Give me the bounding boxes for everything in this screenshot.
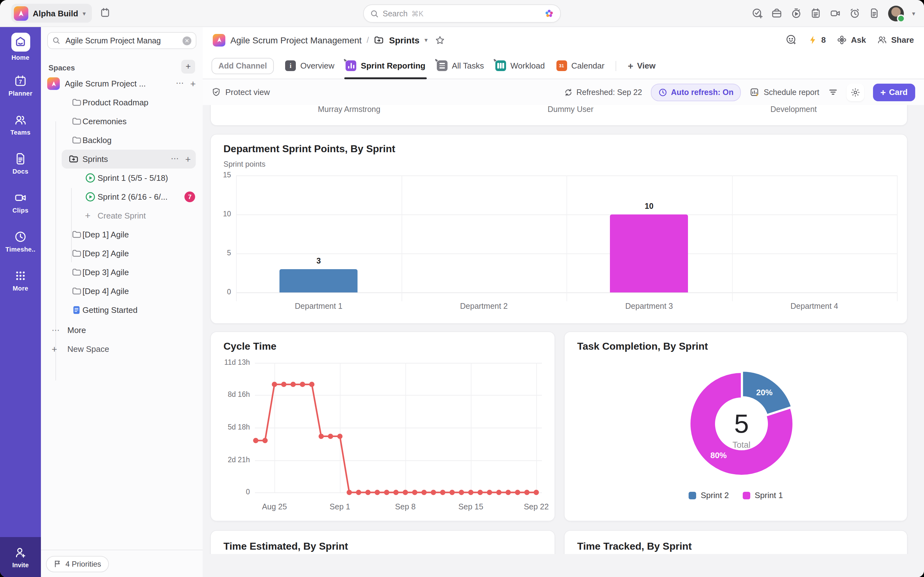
new-space-label: New Space	[67, 344, 109, 354]
new-space-button[interactable]: +New Space	[41, 340, 203, 358]
sidebar-item-dep-2-agile[interactable]: [Dep 2] Agile	[41, 244, 203, 263]
sidebar-item-label: [Dep 4] Agile	[82, 287, 129, 296]
rail-item-home[interactable]: Home	[0, 27, 41, 66]
notification-badge: 7	[184, 192, 195, 202]
bar-1[interactable]	[280, 269, 358, 292]
sidebar-item-sprints[interactable]: Sprints⋯+	[41, 150, 203, 169]
settings-button[interactable]	[846, 83, 864, 101]
sidebar-item-dep-4-agile[interactable]: [Dep 4] Agile	[41, 282, 203, 301]
view-chevron-icon[interactable]: ▾	[425, 37, 428, 44]
online-status-dot	[897, 14, 905, 23]
record-clip-icon[interactable]	[830, 8, 841, 19]
tray-icon[interactable]	[771, 8, 782, 19]
x-gridline	[897, 176, 898, 301]
sidebar-item-dep-1-agile[interactable]: [Dep 1] Agile	[41, 225, 203, 244]
space-name: Agile Scrum Project ...	[65, 79, 146, 89]
filter-button[interactable]	[828, 87, 837, 97]
favorite-star-icon[interactable]	[435, 35, 445, 45]
new-task-icon[interactable]	[751, 8, 763, 19]
sidebar-item-space[interactable]: Agile Scrum Project ...⋯+	[41, 74, 203, 93]
play-circle-icon	[85, 192, 96, 202]
rail-item-timesheets[interactable]: Timeshe..	[0, 222, 41, 261]
sidebar-item-label: Product Roadmap	[82, 98, 149, 107]
breadcrumb-view[interactable]: Sprints	[389, 35, 419, 45]
sidebar-search-input[interactable]	[64, 35, 179, 45]
tab-all-tasks[interactable]: All Tasks	[437, 53, 484, 79]
template-center-icon[interactable]	[99, 7, 111, 18]
share-button[interactable]: Share	[877, 35, 914, 45]
sidebar-item-dep-3-agile[interactable]: [Dep 3] Agile	[41, 263, 203, 282]
sidebar-item-getting-started[interactable]: Getting Started	[41, 301, 203, 319]
rail-item-teams[interactable]: Teams	[0, 105, 41, 144]
legend-item-sprint-1[interactable]: Sprint 1	[743, 490, 783, 500]
space-add-icon[interactable]: +	[190, 78, 196, 89]
ask-button[interactable]: Ask	[837, 35, 866, 45]
tab-calendar[interactable]: 31Calendar	[556, 53, 604, 79]
clips-icon	[14, 191, 27, 205]
ai-count: 8	[821, 35, 826, 45]
sprints-add-icon[interactable]: +	[185, 154, 191, 164]
rail-item-more[interactable]: More	[0, 261, 41, 300]
bar-3[interactable]	[610, 214, 688, 292]
sidebar-item-more[interactable]: ⋯More	[41, 321, 203, 340]
reminder-icon[interactable]	[849, 8, 861, 19]
sidebar-item-sprint-1-5-5-5-18[interactable]: Sprint 1 (5/5 - 5/18)	[41, 169, 203, 187]
report-content[interactable]: Murray ArmstrongDummy UserDevelopment De…	[203, 105, 924, 554]
ai-usage[interactable]: 8	[808, 35, 826, 45]
add-card-button[interactable]: +Card	[873, 83, 915, 101]
notepad-icon[interactable]	[810, 8, 821, 19]
legend-label: Sprint 2	[701, 490, 729, 500]
sidebar-item-label: [Dep 2] Agile	[82, 249, 129, 258]
auto-refresh-toggle[interactable]: Auto refresh: On	[651, 83, 741, 101]
user-avatar[interactable]	[888, 5, 904, 21]
global-search[interactable]: Search ⌘K	[363, 5, 561, 23]
feedback-smiley-icon[interactable]	[785, 34, 798, 46]
sidebar-item-label: [Dep 1] Agile	[82, 230, 129, 239]
add-space-button[interactable]: +	[181, 60, 195, 74]
schedule-report-button[interactable]: Schedule report	[750, 87, 819, 97]
space-more-icon[interactable]: ⋯	[176, 78, 184, 89]
breadcrumb-space[interactable]: Agile Scrum Project Management	[230, 35, 362, 45]
invite-label: Invite	[12, 561, 29, 568]
y-tick-label: 0	[211, 288, 231, 296]
view-tabs: Add Channel iOverviewSprint ReportingAll…	[203, 53, 924, 79]
tab-label: Overview	[300, 61, 334, 71]
sidebar-item-backlog[interactable]: Backlog	[41, 131, 203, 150]
sidebar-item-label: Create Sprint	[98, 211, 146, 221]
protect-view-label: Protect view	[225, 87, 270, 97]
sprints-more-icon[interactable]: ⋯	[171, 154, 179, 164]
protect-view-button[interactable]: Protect view	[212, 87, 270, 97]
ai-sparkle-icon[interactable]	[544, 9, 554, 18]
timesheets-icon	[14, 230, 27, 243]
add-view-button[interactable]: +View	[628, 60, 656, 71]
invite-button[interactable]: Invite	[0, 537, 41, 577]
shield-check-icon	[212, 87, 221, 97]
calendar-31-tab-icon: 31	[556, 60, 567, 71]
timer-icon[interactable]	[791, 8, 802, 19]
sidebar-search[interactable]: ✕	[47, 32, 196, 49]
share-label: Share	[891, 35, 914, 45]
tab-sprint-reporting[interactable]: Sprint Reporting	[346, 53, 425, 79]
refreshed-status[interactable]: Refreshed: Sep 22	[564, 88, 642, 97]
rail-item-planner[interactable]: 7Planner	[0, 66, 41, 105]
tab-label: Sprint Reporting	[361, 61, 425, 71]
legend-item-sprint-2[interactable]: Sprint 2	[688, 490, 729, 500]
sidebar-item-product-roadmap[interactable]: Product Roadmap	[41, 93, 203, 112]
rail-item-clips[interactable]: Clips	[0, 183, 41, 222]
tab-workload[interactable]: Workload	[495, 53, 545, 79]
sidebar-item-create-sprint[interactable]: +Create Sprint	[41, 206, 203, 225]
priorities-button[interactable]: 4 Priorities	[46, 556, 108, 572]
sidebar-item-sprint-2-6-16-6[interactable]: Sprint 2 (6/16 - 6/...7	[41, 187, 203, 206]
peek-column-label: Dummy User	[548, 105, 594, 114]
add-channel-button[interactable]: Add Channel	[212, 58, 274, 74]
sidebar-item-ceremonies[interactable]: Ceremonies	[41, 112, 203, 131]
clear-search-icon[interactable]: ✕	[183, 36, 191, 45]
account-chevron-icon[interactable]: ▾	[912, 10, 915, 17]
rail-item-docs[interactable]: Docs	[0, 144, 41, 183]
add-view-label: View	[637, 61, 656, 71]
doc-icon[interactable]	[869, 8, 880, 19]
tab-overview[interactable]: iOverview	[285, 53, 334, 79]
docs-icon	[14, 152, 27, 165]
workspace-switcher[interactable]: Alpha Build ▾	[11, 4, 92, 23]
priorities-label: 4 Priorities	[65, 559, 101, 568]
